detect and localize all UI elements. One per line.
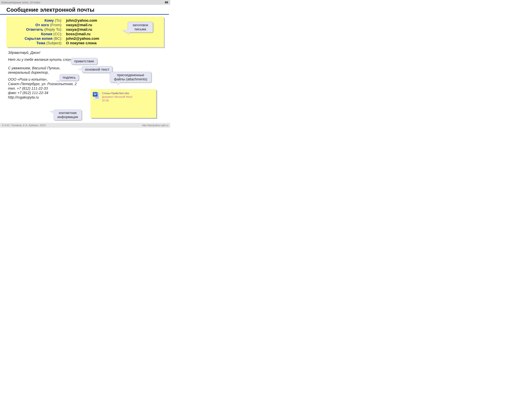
header-value-bcc: john2@yahoo.com: [66, 37, 161, 41]
attachment-filename: Слоны-ПрайсЛист.doc: [102, 91, 132, 95]
callout-body: основной текст: [82, 66, 112, 73]
callout-header: заголовок письма: [128, 22, 153, 32]
attachment-metadata: Слоны-ПрайсЛист.doc Документ Microsoft W…: [102, 91, 132, 102]
top-bar: Компьютерные сети, 10 класс 66: [0, 0, 170, 5]
header-label-bcc: Скрытая копия (BC):: [9, 37, 62, 41]
callout-greeting: приветствие: [71, 58, 97, 64]
header-value-subject: О покупке слона: [66, 41, 161, 45]
course-label: Компьютерные сети, 10 класс: [1, 1, 40, 4]
callout-attachments: присоединенные файлы (attachments): [110, 72, 151, 82]
header-label-to: Кому (To):: [9, 18, 62, 23]
footer-copyright: © К.Ю. Поляков, Е.А. Ерёмин, 2013: [2, 124, 46, 127]
footer-bar: © К.Ю. Поляков, Е.А. Ерёмин, 2013 http:/…: [0, 123, 170, 128]
callout-contact: контактная информация: [54, 110, 82, 120]
word-document-icon: W: [93, 92, 100, 100]
signature-text: С уважением, Василий Пупкин, генеральный…: [8, 66, 82, 75]
callout-signature: подпись: [60, 74, 79, 81]
attachment-filetype: Документ Microsoft Word: [102, 95, 132, 99]
header-label-subject: Тема (Subject):: [9, 41, 62, 45]
header-value-cc: boss@mail.ru: [66, 32, 161, 36]
footer-url: http://kpolyakov.spb.ru: [142, 124, 168, 127]
header-label-cc: Копия (CC):: [9, 32, 62, 36]
greeting-text: Здравствуй, Джон!: [8, 51, 82, 55]
slide-title: Сообщение электронной почты: [0, 5, 169, 15]
header-label-from: От кого (From):: [9, 23, 62, 27]
attachment-filesize: 20 КБ: [102, 99, 132, 102]
page-number: 66: [165, 1, 168, 4]
attachment-block: W Слоны-ПрайсЛист.doc Документ Microsoft…: [90, 89, 156, 118]
header-label-replyto: Ответить (Reply To):: [9, 27, 62, 32]
